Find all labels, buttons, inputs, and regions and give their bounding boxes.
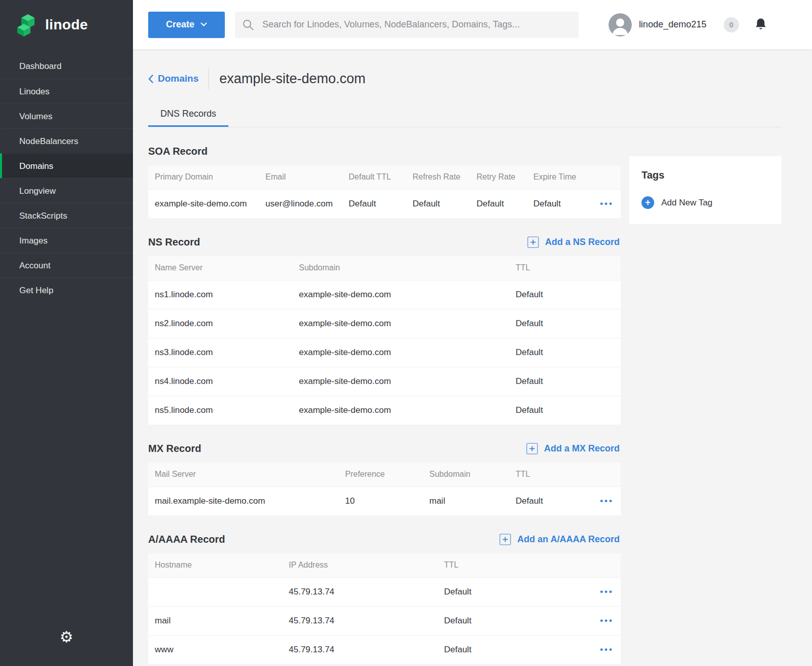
add-a-record-button[interactable]: Add an A/AAAA Record xyxy=(499,534,621,545)
cell-ttl: Default xyxy=(509,280,621,309)
table-row: example-site-demo.com user@linode.com De… xyxy=(148,189,621,218)
add-mx-record-button[interactable]: Add a MX Record xyxy=(526,443,621,454)
sidebar-item-nodebalancers[interactable]: NodeBalancers xyxy=(0,128,133,153)
cell-hostname xyxy=(148,577,282,606)
column-header-actions xyxy=(580,463,621,486)
username[interactable]: linode_demo215 xyxy=(639,19,706,30)
avatar[interactable] xyxy=(608,13,632,37)
mx-section-header: MX Record Add a MX Record xyxy=(148,443,621,454)
topbar: Create linode_demo215 0 xyxy=(133,0,812,49)
cell-ttl: Default xyxy=(437,606,580,635)
sidebar-item-images[interactable]: Images xyxy=(0,228,133,253)
tab-bar: DNS Records xyxy=(148,102,782,127)
plus-circle-icon: + xyxy=(641,196,654,209)
cell-preference: 10 xyxy=(339,486,423,515)
cell-ttl: Default xyxy=(509,367,621,396)
search-input[interactable] xyxy=(261,19,571,30)
cell-name-server: ns2.linode.com xyxy=(148,309,292,338)
sidebar-item-dashboard[interactable]: Dashboard xyxy=(0,54,133,79)
sidebar-item-stackscripts[interactable]: StackScripts xyxy=(0,203,133,228)
column-header-actions xyxy=(584,165,621,189)
cell-subdomain: example-site-demo.com xyxy=(292,280,509,309)
table-row: www 45.79.13.74 Default ••• xyxy=(148,635,621,664)
cell-ip-address: 45.79.13.74 xyxy=(282,635,437,664)
cell-default-ttl: Default xyxy=(342,189,406,218)
settings-gear-icon[interactable]: ⚙ xyxy=(0,629,133,645)
breadcrumb-domains-link[interactable]: Domains xyxy=(148,73,198,84)
table-header-row: Hostname IP Address TTL xyxy=(148,553,621,577)
cell-hostname: www xyxy=(148,635,282,664)
table-row: ns3.linode.com example-site-demo.com Def… xyxy=(148,338,621,367)
cell-mail-server: mail.example-site-demo.com xyxy=(148,486,339,515)
column-header-name-server: Name Server xyxy=(148,256,292,280)
linode-logo-icon xyxy=(17,13,39,37)
table-row: mail 45.79.13.74 Default ••• xyxy=(148,606,621,635)
cell-ttl: Default xyxy=(509,396,621,425)
cell-subdomain: example-site-demo.com xyxy=(292,309,509,338)
add-ns-record-label: Add a NS Record xyxy=(545,237,620,248)
logo[interactable]: linode xyxy=(0,0,133,37)
cell-primary-domain: example-site-demo.com xyxy=(148,189,259,218)
cell-subdomain: example-site-demo.com xyxy=(292,367,509,396)
column-header-primary-domain: Primary Domain xyxy=(148,165,259,189)
row-actions-ellipsis-icon[interactable]: ••• xyxy=(600,585,614,599)
add-ns-record-button[interactable]: Add a NS Record xyxy=(527,236,621,248)
notification-count-badge[interactable]: 0 xyxy=(724,17,739,32)
column-header-ttl: TTL xyxy=(437,553,580,577)
sidebar-item-volumes[interactable]: Volumes xyxy=(0,103,133,128)
row-actions-ellipsis-icon[interactable]: ••• xyxy=(600,197,614,211)
search-bar[interactable] xyxy=(235,12,579,38)
sidebar-item-linodes[interactable]: Linodes xyxy=(0,79,133,103)
cell-name-server: ns4.linode.com xyxy=(148,367,292,396)
cell-ip-address: 45.79.13.74 xyxy=(282,577,437,606)
add-new-tag-button[interactable]: + Add New Tag xyxy=(641,196,769,209)
column-header-subdomain: Subdomain xyxy=(423,463,509,486)
bell-icon[interactable] xyxy=(754,18,767,31)
chevron-down-icon xyxy=(200,22,207,27)
soa-section-header: SOA Record xyxy=(148,146,621,157)
tab-dns-records[interactable]: DNS Records xyxy=(148,102,228,127)
breadcrumb-label: Domains xyxy=(158,73,198,84)
cell-hostname: mail xyxy=(148,606,282,635)
table-row: ns4.linode.com example-site-demo.com Def… xyxy=(148,367,621,396)
cell-subdomain: mail xyxy=(423,486,509,515)
soa-section-title: SOA Record xyxy=(148,146,208,157)
column-header-email: Email xyxy=(259,165,342,189)
column-header-mail-server: Mail Server xyxy=(148,463,339,486)
table-row: ns2.linode.com example-site-demo.com Def… xyxy=(148,309,621,338)
plus-square-icon xyxy=(499,534,511,545)
ns-section-title: NS Record xyxy=(148,236,200,248)
sidebar-nav: Dashboard Linodes Volumes NodeBalancers … xyxy=(0,54,133,302)
add-mx-record-label: Add a MX Record xyxy=(544,443,620,454)
column-header-expire-time: Expire Time xyxy=(527,165,584,189)
mx-record-table: Mail Server Preference Subdomain TTL mai… xyxy=(148,463,621,515)
cell-name-server: ns1.linode.com xyxy=(148,280,292,309)
cell-subdomain: example-site-demo.com xyxy=(292,396,509,425)
column-header-ttl: TTL xyxy=(509,463,580,486)
table-header-row: Primary Domain Email Default TTL Refresh… xyxy=(148,165,621,189)
logo-text: linode xyxy=(45,17,88,33)
table-row: ns5.linode.com example-site-demo.com Def… xyxy=(148,396,621,425)
column-header-refresh-rate: Refresh Rate xyxy=(406,165,470,189)
cell-name-server: ns3.linode.com xyxy=(148,338,292,367)
row-actions-ellipsis-icon[interactable]: ••• xyxy=(600,494,614,508)
sidebar-item-domains[interactable]: Domains xyxy=(0,153,133,178)
create-button[interactable]: Create xyxy=(148,12,225,38)
cell-ttl: Default xyxy=(437,577,580,606)
cell-ip-address: 45.79.13.74 xyxy=(282,606,437,635)
records-column: SOA Record Primary Domain Email Default … xyxy=(148,127,621,664)
sidebar-item-longview[interactable]: Longview xyxy=(0,178,133,203)
row-actions-ellipsis-icon[interactable]: ••• xyxy=(600,643,614,657)
sidebar-item-get-help[interactable]: Get Help xyxy=(0,277,133,302)
a-section-header: A/AAAA Record Add an A/AAAA Record xyxy=(148,534,621,545)
column-header-preference: Preference xyxy=(339,463,423,486)
cell-retry-rate: Default xyxy=(470,189,527,218)
column-header-subdomain: Subdomain xyxy=(292,256,509,280)
breadcrumb: Domains example-site-demo.com xyxy=(148,67,782,90)
a-record-table: Hostname IP Address TTL 45.79.13.74 Defa… xyxy=(148,553,621,664)
cell-name-server: ns5.linode.com xyxy=(148,396,292,425)
table-header-row: Name Server Subdomain TTL xyxy=(148,256,621,280)
main-content: Domains example-site-demo.com DNS Record… xyxy=(133,49,812,666)
sidebar-item-account[interactable]: Account xyxy=(0,253,133,277)
row-actions-ellipsis-icon[interactable]: ••• xyxy=(600,614,614,628)
